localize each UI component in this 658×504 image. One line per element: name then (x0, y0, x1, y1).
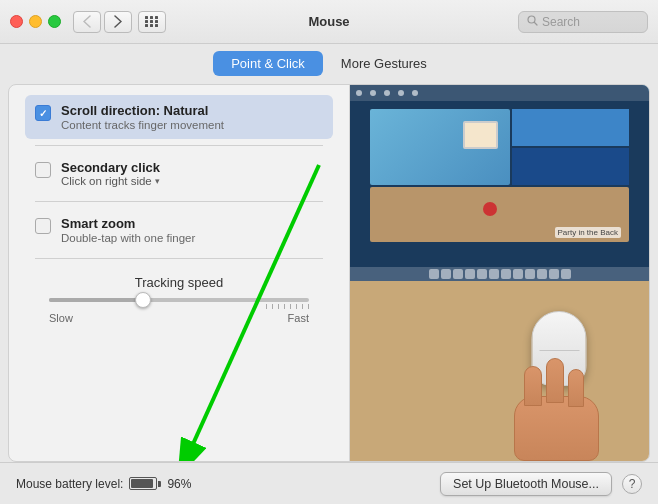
secondary-click-checkbox[interactable] (35, 162, 51, 178)
bluetooth-button[interactable]: Set Up Bluetooth Mouse... (440, 472, 612, 496)
dock-icon (465, 269, 475, 279)
close-button[interactable] (10, 15, 23, 28)
window-title: Mouse (308, 14, 349, 29)
slow-label: Slow (49, 312, 73, 324)
preview-screen: Party in the Back (350, 101, 649, 267)
battery-label: Mouse battery level: (16, 477, 123, 491)
scroll-direction-text: Scroll direction: Natural Content tracks… (61, 103, 224, 131)
tracking-speed-label: Tracking speed (35, 275, 323, 290)
right-panel: Party in the Back (349, 85, 649, 461)
svg-line-1 (535, 23, 538, 26)
menubar-item (370, 90, 376, 96)
divider-2 (35, 201, 323, 202)
titlebar: Mouse Search (0, 0, 658, 44)
dock-icon (549, 269, 559, 279)
traffic-lights (10, 15, 61, 28)
search-box[interactable]: Search (518, 11, 648, 33)
left-panel: Scroll direction: Natural Content tracks… (9, 85, 349, 461)
dock-icon (561, 269, 571, 279)
secondary-click-subtitle[interactable]: Click on right side ▾ (61, 175, 160, 187)
art-bottom: Party in the Back (370, 187, 629, 242)
mouse-line (539, 350, 579, 351)
preview-dock (350, 267, 649, 281)
preview-bottom (350, 281, 649, 461)
preview-menubar (350, 85, 649, 101)
tab-point-click[interactable]: Point & Click (213, 51, 323, 76)
divider-3 (35, 258, 323, 259)
dock-icon (453, 269, 463, 279)
svg-point-0 (528, 16, 535, 23)
minimize-button[interactable] (29, 15, 42, 28)
search-icon (527, 15, 538, 28)
slider-track (49, 298, 309, 302)
dock-icon (525, 269, 535, 279)
fast-label: Fast (288, 312, 309, 324)
secondary-click-title: Secondary click (61, 160, 160, 175)
menubar-item (412, 90, 418, 96)
scroll-direction-subtitle: Content tracks finger movement (61, 119, 224, 131)
mouse-visual (489, 291, 629, 461)
dock-icon (501, 269, 511, 279)
grid-icon (145, 16, 159, 27)
maximize-button[interactable] (48, 15, 61, 28)
bottom-bar: Mouse battery level: 96% Set Up Bluetoot… (0, 462, 658, 504)
battery-fill (131, 479, 152, 488)
dock-icon (429, 269, 439, 279)
battery-section: Mouse battery level: 96% (16, 477, 191, 491)
artwork: Party in the Back (370, 109, 629, 247)
battery-percent: 96% (167, 477, 191, 491)
smart-zoom-setting[interactable]: Smart zoom Double-tap with one finger (25, 208, 333, 252)
scroll-direction-title: Scroll direction: Natural (61, 103, 224, 118)
scroll-direction-checkbox[interactable] (35, 105, 51, 121)
smart-zoom-title: Smart zoom (61, 216, 195, 231)
forward-button[interactable] (104, 11, 132, 33)
menubar-item (398, 90, 404, 96)
divider-1 (35, 145, 323, 146)
dock-icon (513, 269, 523, 279)
art-right (512, 109, 629, 185)
tracking-speed-section: Tracking speed Slow Fast (25, 265, 333, 324)
bottom-right: Set Up Bluetooth Mouse... ? (440, 472, 642, 496)
back-button[interactable] (73, 11, 101, 33)
preview-top: Party in the Back (350, 85, 649, 281)
menubar-item (384, 90, 390, 96)
dropdown-arrow-icon: ▾ (155, 176, 160, 186)
dock-icon (477, 269, 487, 279)
slider-fill (49, 298, 140, 302)
dock-icon (441, 269, 451, 279)
slider-labels: Slow Fast (49, 312, 309, 324)
dock-icon (489, 269, 499, 279)
menubar-item (356, 90, 362, 96)
scroll-direction-setting[interactable]: Scroll direction: Natural Content tracks… (25, 95, 333, 139)
search-placeholder: Search (542, 15, 580, 29)
tab-more-gestures[interactable]: More Gestures (323, 51, 445, 76)
art-top (370, 109, 629, 185)
smart-zoom-subtitle: Double-tap with one finger (61, 232, 195, 244)
smart-zoom-text: Smart zoom Double-tap with one finger (61, 216, 195, 244)
grid-view-button[interactable] (138, 11, 166, 33)
preview-desktop: Party in the Back (350, 85, 649, 281)
slider-ticks (49, 304, 309, 309)
battery-body (129, 477, 157, 490)
hand (504, 371, 614, 461)
battery-tip (158, 481, 161, 487)
help-button[interactable]: ? (622, 474, 642, 494)
tracking-slider-container: Slow Fast (35, 298, 323, 324)
slider-thumb[interactable] (135, 292, 151, 308)
dock-icon (537, 269, 547, 279)
tabbar: Point & Click More Gestures (0, 44, 658, 84)
main-content: Scroll direction: Natural Content tracks… (8, 84, 650, 462)
nav-buttons (73, 11, 132, 33)
art-left (370, 109, 510, 185)
secondary-click-text: Secondary click Click on right side ▾ (61, 160, 160, 187)
smart-zoom-checkbox[interactable] (35, 218, 51, 234)
battery-icon (129, 477, 161, 490)
secondary-click-setting[interactable]: Secondary click Click on right side ▾ (25, 152, 333, 195)
